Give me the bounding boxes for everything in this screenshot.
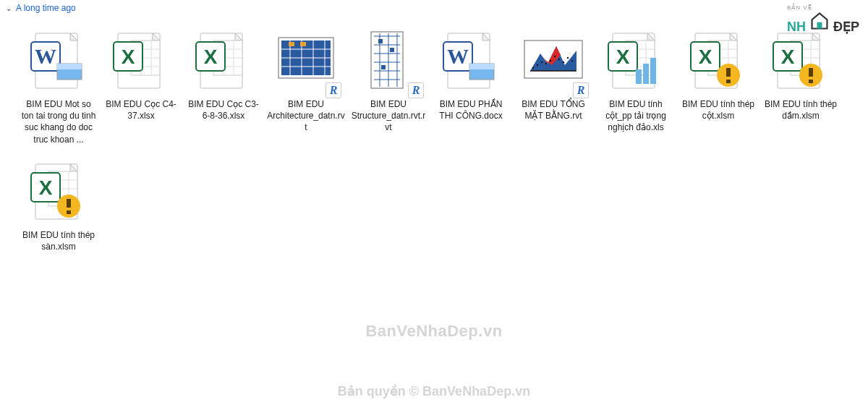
excel-warn-icon [686,26,751,95]
house-icon [809,11,830,31]
revit-badge-icon: R [408,82,424,98]
word-icon [26,26,91,95]
file-item[interactable]: BIM EDU PHẦN THI CÔNG.docx [430,26,511,145]
excel-warn-icon [26,157,91,226]
file-name: BIM EDU Mot so ton tai trong du tinh suc… [20,98,98,145]
file-item[interactable]: BIM EDU Mot so ton tai trong du tinh suc… [18,26,99,145]
file-item[interactable]: RBIM EDU TỔNG MẶT BẰNG.rvt [513,26,594,145]
group-label: A long time ago [16,3,76,13]
file-name: BIM EDU TỔNG MẶT BẰNG.rvt [514,98,592,122]
excel-warn-icon [768,26,833,95]
file-name: BIM EDU Structure_datn.rvt.rvt [349,98,427,134]
file-item[interactable]: BIM EDU tính cột_pp tải trọng nghịch đảo… [595,26,676,145]
revit-badge-icon: R [573,82,589,98]
word-icon [438,26,503,95]
revit-struct-icon: R [356,26,421,95]
file-name: BIM EDU tính thép dầm.xlsm [762,98,840,122]
file-item[interactable]: BIM EDU tính thép cột.xlsm [678,26,759,145]
file-name: BIM EDU tính cột_pp tải trọng nghịch đảo… [597,98,675,134]
watermark-copyright: Bản quyền © BanVeNhaDep.vn [0,383,868,399]
chevron-down-icon: ⌄ [6,4,12,12]
svg-rect-0 [817,22,822,29]
files-area: BIM EDU Mot so ton tai trong du tinh suc… [0,19,868,261]
file-name: BIM EDU tính thép sàn.xlsm [20,229,98,252]
revit-plan-icon: R [521,26,586,95]
watermark: BanVeNhaDep.vn [0,322,868,341]
file-item[interactable]: BIM EDU tính thép dầm.xlsm [760,26,841,145]
file-item[interactable]: RBIM EDU Architecture_datn.rvt [265,26,346,145]
excel-icon [109,26,174,95]
file-name: BIM EDU tính thép cột.xlsm [679,98,757,122]
revit-arch-icon: R [273,26,339,95]
file-item[interactable]: RBIM EDU Structure_datn.rvt.rvt [348,26,429,145]
revit-badge-icon: R [326,82,341,98]
file-item[interactable]: BIM EDU Cọc C3-6-8-36.xlsx [183,26,264,145]
file-name: BIM EDU Cọc C4-37.xlsx [102,98,180,122]
file-name: BIM EDU Cọc C3-6-8-36.xlsx [184,98,263,122]
file-name: BIM EDU PHẦN THI CÔNG.docx [432,98,510,122]
excel-icon [191,26,256,95]
site-logo: BẢN VẼ NH ĐẸP [787,4,861,33]
file-item[interactable]: BIM EDU tính thép sàn.xlsm [18,157,99,252]
excel-bars-icon [603,26,668,95]
file-name: BIM EDU Architecture_datn.rvt [267,98,345,134]
file-item[interactable]: BIM EDU Cọc C4-37.xlsx [101,26,182,145]
group-header[interactable]: ⌄ A long time ago [0,0,868,19]
